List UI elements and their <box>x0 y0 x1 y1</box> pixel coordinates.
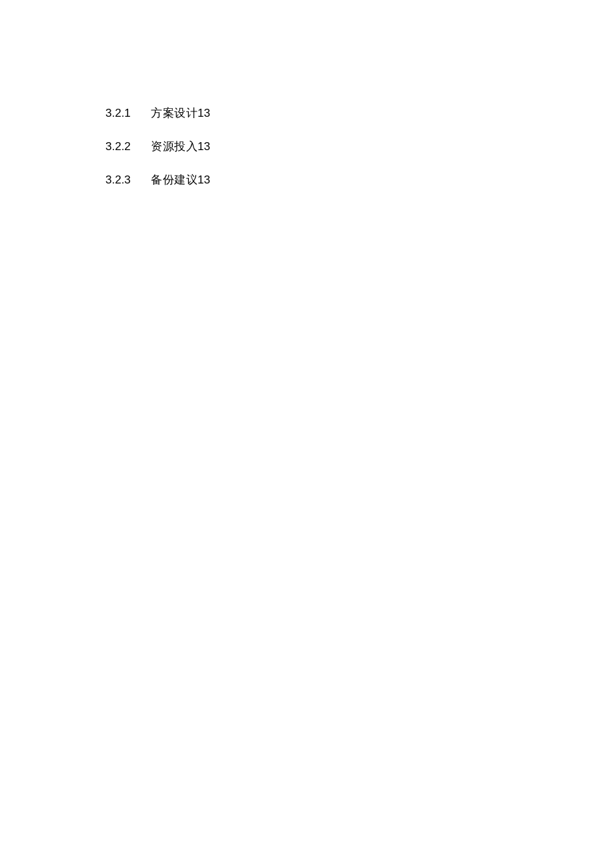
toc-page: 13 <box>198 139 210 155</box>
toc-number: 3.2.1 <box>105 105 151 121</box>
document-page: 3.2.1 方案设计13 3.2.2 资源投入13 3.2.3 备份建议13 <box>0 0 614 187</box>
toc-title: 资源投入 <box>151 139 198 155</box>
toc-title: 备份建议 <box>151 172 198 188</box>
toc-entry: 3.2.2 资源投入13 <box>105 139 614 155</box>
toc-page: 13 <box>198 172 210 188</box>
toc-number: 3.2.2 <box>105 139 151 155</box>
toc-entry: 3.2.1 方案设计13 <box>105 105 614 121</box>
toc-title: 方案设计 <box>151 105 198 121</box>
toc-entry: 3.2.3 备份建议13 <box>105 172 614 188</box>
toc-page: 13 <box>198 105 210 121</box>
toc-number: 3.2.3 <box>105 172 151 188</box>
